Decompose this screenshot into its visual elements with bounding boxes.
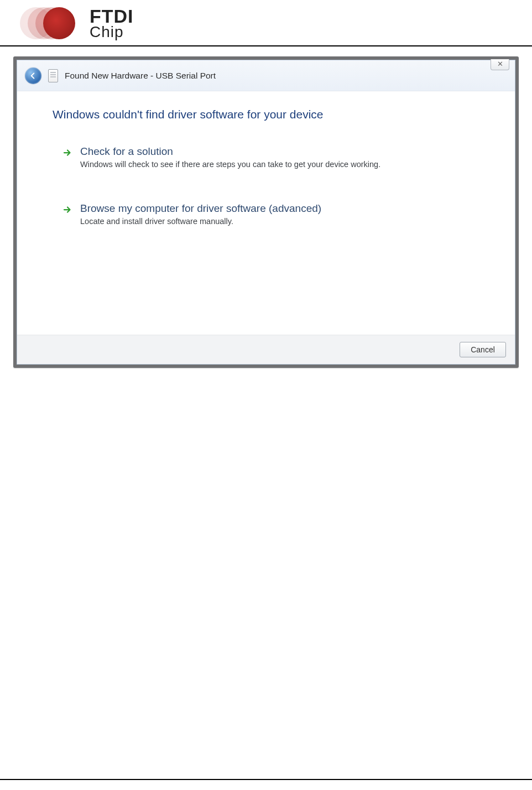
cancel-button[interactable]: Cancel [460,342,506,357]
logo-line-1: FTDI [90,8,134,25]
dialog-heading: Windows couldn't find driver software fo… [53,108,484,121]
option-title: Check for a solution [80,145,380,158]
logo-line-2: Chip [90,25,134,39]
ftdi-logo-mark [15,4,82,42]
ftdi-logo-text: FTDI Chip [90,8,134,39]
option-desc: Windows will check to see if there are s… [80,159,380,170]
dialog-body: Windows couldn't find driver software fo… [17,91,515,335]
option-desc: Locate and install driver software manua… [80,216,321,227]
close-button[interactable]: ✕ [491,59,509,70]
device-icon [48,69,58,82]
option-browse-computer[interactable]: Browse my computer for driver software (… [62,202,416,227]
dialog-header: ✕ Found New Hardware - USB Serial Port [17,60,515,91]
dialog-frame: ✕ Found New Hardware - USB Serial Port W… [13,56,519,368]
dialog-window-title: Found New Hardware - USB Serial Port [65,71,216,81]
option-title: Browse my computer for driver software (… [80,202,321,215]
page-bottom-rule [0,779,532,780]
dialog-footer: Cancel [17,335,515,364]
arrow-right-icon [62,205,72,215]
back-button[interactable] [25,67,41,84]
arrow-left-icon [29,71,38,80]
close-icon: ✕ [497,60,503,68]
found-new-hardware-dialog: ✕ Found New Hardware - USB Serial Port W… [17,60,515,365]
arrow-right-icon [62,148,72,158]
option-check-solution[interactable]: Check for a solution Windows will check … [62,145,416,170]
page-header: FTDI Chip [0,0,532,46]
